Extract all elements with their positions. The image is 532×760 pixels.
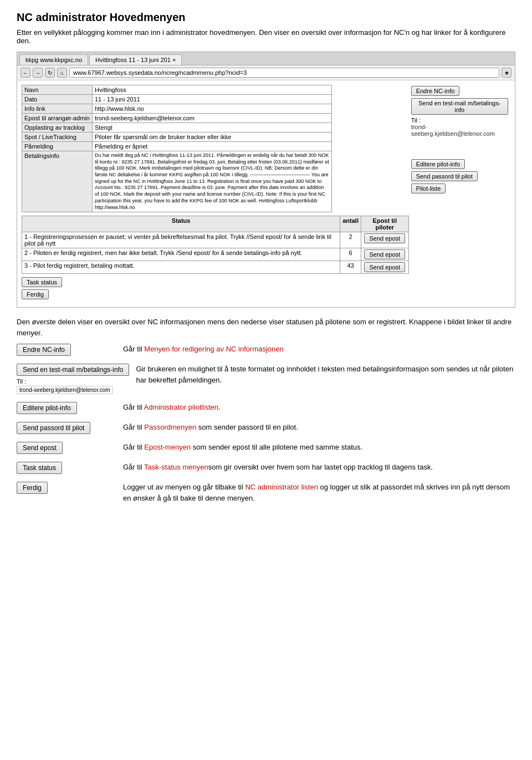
send-passord-button-browser[interactable]: Send passord til pilot: [411, 171, 478, 181]
label-info-link: Info link: [22, 104, 93, 114]
table-row: 2 - Piloten er ferdig registrert, men ha…: [22, 248, 409, 261]
value-dato: 11 - 13 juni 2011: [93, 95, 332, 104]
label-paamelding: Påmelding: [22, 142, 93, 151]
col-status: Status: [22, 216, 340, 232]
task-status-desc2: som gir oversikt over hvem som har laste…: [208, 463, 433, 471]
task-status-desc: Går til Task-status menyensom gir oversi…: [123, 462, 433, 473]
refresh-button[interactable]: ↻: [45, 68, 55, 78]
task-status-button-browser[interactable]: Task status: [22, 277, 62, 287]
status-row-3-antall: 43: [340, 261, 361, 274]
endre-nc-info-button-browser[interactable]: Endre NC-info: [411, 86, 460, 96]
status-row-3-text: 3 - Pilot ferdig registrert, betaling mo…: [22, 261, 340, 274]
epost-link: Epost-menyen: [144, 443, 191, 451]
status-row-1-antall: 2: [340, 232, 361, 248]
value-spot: Piloter får spørsmål om de bruker tracke…: [93, 132, 332, 142]
endre-nc-info-row: Endre NC-info: [411, 86, 508, 96]
editere-pilot-info-button-browser[interactable]: Editere pilot-info: [411, 159, 466, 169]
send-passord-desc: Går til Passordmenyen som sender passord…: [123, 422, 298, 433]
task-status-feature: Task status Går til Task-status menyenso…: [17, 462, 515, 474]
endre-nc-info-row-desc: Endre NC-info Går til Menyen for rediger…: [17, 344, 515, 356]
ferdig-btn-area: Ferdig: [17, 482, 116, 494]
send-test-mail-button-browser[interactable]: Send en test-mail m/betalings-info: [411, 98, 508, 115]
til-block: Til :: [17, 378, 129, 385]
send-test-mail-button[interactable]: Send en test-mail m/betalings-info: [17, 364, 129, 376]
send-test-mail-row: Send en test-mail m/betalings-info: [411, 98, 508, 115]
ferdig-row-desc: Ferdig Logger ut av menyen og går tilbak…: [17, 482, 515, 503]
task-row: Task status: [22, 277, 409, 287]
send-epost-row-desc: Send epost Går til Epost-menyen som send…: [17, 442, 515, 454]
endre-nc-info-link: Menyen for redigering av NC informasjone…: [144, 345, 283, 353]
task-status-row-desc: Task status Går til Task-status menyenso…: [17, 462, 515, 474]
send-epost-btn-area: Send epost: [17, 442, 116, 454]
editere-pilot-link: Administrator pilotlisten: [144, 403, 218, 411]
send-passord-button[interactable]: Send passord til pilot: [17, 422, 90, 434]
star-button[interactable]: ★: [502, 68, 511, 78]
table-row: Info link http://www.hlsk.no: [22, 104, 332, 114]
til-value: trond-seeberg.kjeldsen@telenor.com: [411, 124, 508, 137]
back-button[interactable]: ←: [21, 68, 30, 78]
table-row: 1 - Registreringsprosessen er pauset; vi…: [22, 232, 409, 248]
label-opplasting: Opplasting av tracklog: [22, 123, 93, 132]
ferdig-button-browser[interactable]: Ferdig: [22, 289, 49, 299]
passord-link: Passordmenyen: [144, 423, 196, 431]
endre-nc-info-button[interactable]: Endre NC-info: [17, 344, 71, 356]
pilot-liste-row: Pilot-liste: [411, 183, 508, 193]
ferdig-link: NC administrator listen: [245, 483, 318, 491]
send-passord-row: Send passord til pilot: [411, 171, 508, 181]
overview-text: Den øverste delen viser en oversikt over…: [17, 317, 515, 338]
pilot-buttons-area: Editere pilot-info Send passord til pilo…: [411, 159, 508, 193]
task-status-button[interactable]: Task status: [17, 462, 62, 474]
ferdig-button[interactable]: Ferdig: [17, 482, 48, 494]
home-button[interactable]: ⌂: [57, 68, 67, 78]
label-navn: Navn: [22, 85, 93, 95]
til-label-inline: Til :: [17, 378, 26, 385]
browser-tab-2[interactable]: Hvittingfoss 11 - 13 juni 201 ×: [89, 54, 182, 65]
label-spot: Spot / LiveTracking: [22, 132, 93, 142]
intro-text: Etter en vellykket pålogging kommer man …: [17, 28, 515, 45]
send-epost-feature: Send epost Går til Epost-menyen som send…: [17, 442, 515, 454]
browser-content: Navn Hvittingfoss Dato 11 - 13 juni 2011…: [17, 80, 515, 307]
url-bar[interactable]: www.67967.websys.sysedata.no/ncreg/ncadm…: [69, 68, 499, 78]
task-status-link: Task-status menyen: [144, 463, 208, 471]
send-test-mail-feature: Send en test-mail m/betalings-info Til :…: [17, 364, 515, 394]
send-epost-button[interactable]: Send epost: [17, 442, 63, 454]
status-row-1-epost: Send epost: [361, 232, 408, 248]
table-row: Spot / LiveTracking Piloter får spørsmål…: [22, 132, 332, 142]
send-epost-btn-2[interactable]: Send epost: [364, 249, 405, 259]
ferdig-desc: Logger ut av menyen og går tilbake til N…: [123, 482, 515, 503]
send-epost-btn-3[interactable]: Send epost: [364, 262, 405, 272]
value-epost-arr: trond-seeberg.kjeldsen@telenor.com: [93, 114, 332, 123]
status-table: Status antall Epost til piloter 1 - Regi…: [22, 216, 409, 274]
editere-pilot-feature: Editere pilot-info Går til Administrator…: [17, 402, 515, 414]
ferdig-row: Ferdig: [22, 289, 409, 299]
browser-tab-1[interactable]: kkpg www.kkpgxc.no: [19, 54, 88, 65]
send-passord-row-desc: Send passord til pilot Går til Passordme…: [17, 422, 515, 434]
table-row: Betalingsinfo Du har meldt deg på NC i H…: [22, 151, 332, 212]
editere-pilot-desc: Går til Administrator pilotlisten.: [123, 402, 221, 413]
endre-nc-info-feature: Endre NC-info Går til Menyen for rediger…: [17, 344, 515, 356]
status-outer: Status antall Epost til piloter 1 - Regi…: [22, 216, 409, 274]
send-epost-btn-1[interactable]: Send epost: [364, 233, 405, 243]
label-betalingsinfo: Betalingsinfo: [22, 151, 93, 212]
forward-button[interactable]: →: [33, 68, 43, 78]
send-passord-btn-area: Send passord til pilot: [17, 422, 116, 434]
label-epost-arr: Epost til arrangør-admin: [22, 114, 93, 123]
send-test-mail-desc: Gir brukeren en mulighet til å teste for…: [136, 364, 515, 385]
label-dato: Dato: [22, 95, 93, 104]
til-label: Til :: [411, 117, 508, 124]
editere-pilot-button[interactable]: Editere pilot-info: [17, 402, 77, 414]
table-row: 3 - Pilot ferdig registrert, betaling mo…: [22, 261, 409, 274]
pilot-liste-button-browser[interactable]: Pilot-liste: [411, 183, 446, 193]
send-test-area: Send en test-mail m/betalings-info: [17, 364, 129, 376]
page-title: NC administrator Hovedmenyen: [17, 11, 515, 24]
table-row: Epost til arrangør-admin trond-seeberg.k…: [22, 114, 332, 123]
endre-nc-info-btn-area: Endre NC-info: [17, 344, 116, 356]
browser-window: kkpg www.kkpgxc.no Hvittingfoss 11 - 13 …: [17, 52, 515, 308]
editere-pilot-period: .: [218, 403, 221, 411]
task-status-btn-area: Task status: [17, 462, 116, 474]
col-antall: antall: [340, 216, 361, 232]
value-betalingsinfo: Du har meldt deg på NC i Hvittingfoss 11…: [93, 151, 332, 212]
nc-outer-table: Navn Hvittingfoss Dato 11 - 13 juni 2011…: [22, 85, 510, 299]
value-opplasting: Stengt: [93, 123, 332, 132]
side-buttons-area: Endre NC-info Send en test-mail m/betali…: [409, 85, 510, 299]
